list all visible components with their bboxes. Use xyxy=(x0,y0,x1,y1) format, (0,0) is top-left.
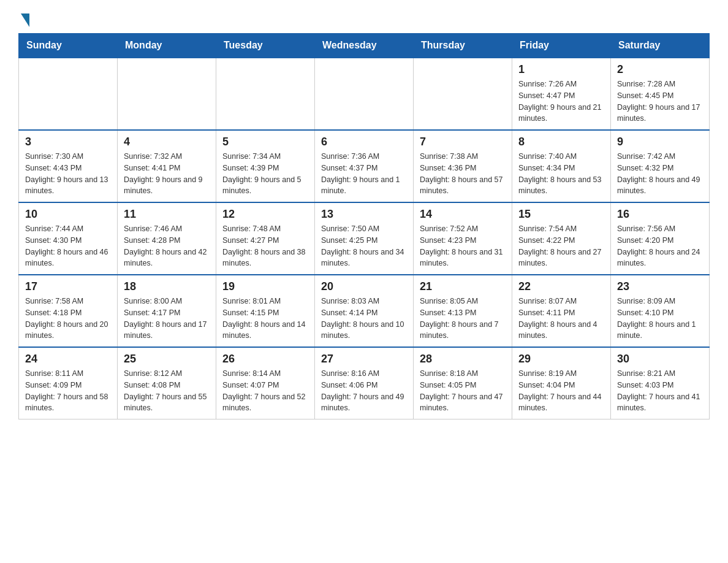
calendar-table: Sunday Monday Tuesday Wednesday Thursday… xyxy=(18,33,710,419)
calendar-cell xyxy=(315,58,414,130)
week-row-1: 1Sunrise: 7:26 AMSunset: 4:47 PMDaylight… xyxy=(19,58,710,130)
calendar-cell: 28Sunrise: 8:18 AMSunset: 4:05 PMDayligh… xyxy=(414,347,512,419)
calendar-cell: 1Sunrise: 7:26 AMSunset: 4:47 PMDaylight… xyxy=(512,58,611,130)
calendar-cell: 20Sunrise: 8:03 AMSunset: 4:14 PMDayligh… xyxy=(315,275,414,347)
col-saturday: Saturday xyxy=(611,34,710,58)
calendar-cell: 27Sunrise: 8:16 AMSunset: 4:06 PMDayligh… xyxy=(315,347,414,419)
calendar-cell: 6Sunrise: 7:36 AMSunset: 4:37 PMDaylight… xyxy=(315,130,414,202)
day-info: Sunrise: 8:19 AMSunset: 4:04 PMDaylight:… xyxy=(518,368,604,414)
day-number: 24 xyxy=(25,353,111,366)
day-info: Sunrise: 8:09 AMSunset: 4:10 PMDaylight:… xyxy=(617,296,703,342)
day-info: Sunrise: 7:42 AMSunset: 4:32 PMDaylight:… xyxy=(617,151,703,197)
calendar-cell: 10Sunrise: 7:44 AMSunset: 4:30 PMDayligh… xyxy=(19,202,118,275)
day-info: Sunrise: 8:12 AMSunset: 4:08 PMDaylight:… xyxy=(124,368,210,414)
day-info: Sunrise: 7:44 AMSunset: 4:30 PMDaylight:… xyxy=(25,223,111,269)
day-number: 10 xyxy=(25,208,111,221)
day-number: 25 xyxy=(124,353,210,366)
week-row-2: 3Sunrise: 7:30 AMSunset: 4:43 PMDaylight… xyxy=(19,130,710,202)
calendar-cell: 22Sunrise: 8:07 AMSunset: 4:11 PMDayligh… xyxy=(512,275,611,347)
day-info: Sunrise: 8:16 AMSunset: 4:06 PMDaylight:… xyxy=(321,368,407,414)
day-info: Sunrise: 7:32 AMSunset: 4:41 PMDaylight:… xyxy=(124,151,210,197)
calendar-cell: 13Sunrise: 7:50 AMSunset: 4:25 PMDayligh… xyxy=(315,202,414,275)
day-number: 23 xyxy=(617,280,703,293)
calendar-cell: 7Sunrise: 7:38 AMSunset: 4:36 PMDaylight… xyxy=(414,130,512,202)
day-number: 28 xyxy=(420,353,506,366)
day-number: 30 xyxy=(617,353,703,366)
week-row-3: 10Sunrise: 7:44 AMSunset: 4:30 PMDayligh… xyxy=(19,202,710,275)
day-number: 21 xyxy=(420,280,506,293)
calendar-cell: 14Sunrise: 7:52 AMSunset: 4:23 PMDayligh… xyxy=(414,202,512,275)
day-info: Sunrise: 7:28 AMSunset: 4:45 PMDaylight:… xyxy=(617,79,703,124)
calendar-cell xyxy=(19,58,118,130)
calendar-cell: 26Sunrise: 8:14 AMSunset: 4:07 PMDayligh… xyxy=(216,347,315,419)
logo xyxy=(18,12,29,27)
col-friday: Friday xyxy=(512,34,611,58)
calendar-cell: 24Sunrise: 8:11 AMSunset: 4:09 PMDayligh… xyxy=(19,347,118,419)
day-number: 15 xyxy=(518,208,604,221)
day-info: Sunrise: 7:26 AMSunset: 4:47 PMDaylight:… xyxy=(518,79,604,124)
day-number: 11 xyxy=(124,208,210,221)
day-info: Sunrise: 7:40 AMSunset: 4:34 PMDaylight:… xyxy=(518,151,604,197)
day-number: 5 xyxy=(222,136,308,148)
day-number: 27 xyxy=(321,353,407,366)
day-info: Sunrise: 8:01 AMSunset: 4:15 PMDaylight:… xyxy=(222,296,308,342)
day-number: 1 xyxy=(518,63,604,76)
day-info: Sunrise: 8:03 AMSunset: 4:14 PMDaylight:… xyxy=(321,296,407,342)
calendar-cell: 9Sunrise: 7:42 AMSunset: 4:32 PMDaylight… xyxy=(611,130,710,202)
day-number: 22 xyxy=(518,280,604,293)
calendar-cell: 15Sunrise: 7:54 AMSunset: 4:22 PMDayligh… xyxy=(512,202,611,275)
day-info: Sunrise: 8:00 AMSunset: 4:17 PMDaylight:… xyxy=(124,296,210,342)
day-info: Sunrise: 7:38 AMSunset: 4:36 PMDaylight:… xyxy=(420,151,506,197)
calendar-cell: 30Sunrise: 8:21 AMSunset: 4:03 PMDayligh… xyxy=(611,347,710,419)
day-number: 13 xyxy=(321,208,407,221)
week-row-5: 24Sunrise: 8:11 AMSunset: 4:09 PMDayligh… xyxy=(19,347,710,419)
day-info: Sunrise: 7:36 AMSunset: 4:37 PMDaylight:… xyxy=(321,151,407,197)
day-info: Sunrise: 7:56 AMSunset: 4:20 PMDaylight:… xyxy=(617,223,703,269)
day-info: Sunrise: 8:11 AMSunset: 4:09 PMDaylight:… xyxy=(25,368,111,414)
day-info: Sunrise: 7:30 AMSunset: 4:43 PMDaylight:… xyxy=(25,151,111,197)
calendar-cell: 2Sunrise: 7:28 AMSunset: 4:45 PMDaylight… xyxy=(611,58,710,130)
day-number: 16 xyxy=(617,208,703,221)
day-info: Sunrise: 8:18 AMSunset: 4:05 PMDaylight:… xyxy=(420,368,506,414)
col-sunday: Sunday xyxy=(19,34,118,58)
day-number: 12 xyxy=(222,208,308,221)
day-number: 3 xyxy=(25,136,111,148)
calendar-header-row: Sunday Monday Tuesday Wednesday Thursday… xyxy=(19,34,710,58)
day-info: Sunrise: 7:50 AMSunset: 4:25 PMDaylight:… xyxy=(321,223,407,269)
day-number: 4 xyxy=(124,136,210,148)
calendar-cell: 12Sunrise: 7:48 AMSunset: 4:27 PMDayligh… xyxy=(216,202,315,275)
calendar-cell: 19Sunrise: 8:01 AMSunset: 4:15 PMDayligh… xyxy=(216,275,315,347)
calendar-cell: 11Sunrise: 7:46 AMSunset: 4:28 PMDayligh… xyxy=(118,202,216,275)
day-info: Sunrise: 8:14 AMSunset: 4:07 PMDaylight:… xyxy=(222,368,308,414)
day-info: Sunrise: 7:54 AMSunset: 4:22 PMDaylight:… xyxy=(518,223,604,269)
day-number: 17 xyxy=(25,280,111,293)
calendar-cell: 16Sunrise: 7:56 AMSunset: 4:20 PMDayligh… xyxy=(611,202,710,275)
calendar-cell: 21Sunrise: 8:05 AMSunset: 4:13 PMDayligh… xyxy=(414,275,512,347)
day-info: Sunrise: 8:05 AMSunset: 4:13 PMDaylight:… xyxy=(420,296,506,342)
day-info: Sunrise: 8:21 AMSunset: 4:03 PMDaylight:… xyxy=(617,368,703,414)
day-info: Sunrise: 7:48 AMSunset: 4:27 PMDaylight:… xyxy=(222,223,308,269)
calendar-cell: 3Sunrise: 7:30 AMSunset: 4:43 PMDaylight… xyxy=(19,130,118,202)
page-header xyxy=(18,12,710,27)
calendar-cell: 18Sunrise: 8:00 AMSunset: 4:17 PMDayligh… xyxy=(118,275,216,347)
calendar-cell xyxy=(216,58,315,130)
calendar-cell: 8Sunrise: 7:40 AMSunset: 4:34 PMDaylight… xyxy=(512,130,611,202)
logo-triangle-icon xyxy=(21,13,29,27)
col-wednesday: Wednesday xyxy=(315,34,414,58)
day-number: 8 xyxy=(518,136,604,148)
calendar-cell xyxy=(118,58,216,130)
day-number: 6 xyxy=(321,136,407,148)
day-info: Sunrise: 7:58 AMSunset: 4:18 PMDaylight:… xyxy=(25,296,111,342)
day-info: Sunrise: 7:46 AMSunset: 4:28 PMDaylight:… xyxy=(124,223,210,269)
day-info: Sunrise: 7:34 AMSunset: 4:39 PMDaylight:… xyxy=(222,151,308,197)
day-number: 19 xyxy=(222,280,308,293)
calendar-cell: 17Sunrise: 7:58 AMSunset: 4:18 PMDayligh… xyxy=(19,275,118,347)
calendar-cell: 25Sunrise: 8:12 AMSunset: 4:08 PMDayligh… xyxy=(118,347,216,419)
calendar-cell: 23Sunrise: 8:09 AMSunset: 4:10 PMDayligh… xyxy=(611,275,710,347)
day-number: 29 xyxy=(518,353,604,366)
calendar-cell xyxy=(414,58,512,130)
col-thursday: Thursday xyxy=(414,34,512,58)
day-number: 14 xyxy=(420,208,506,221)
day-number: 2 xyxy=(617,63,703,76)
day-info: Sunrise: 7:52 AMSunset: 4:23 PMDaylight:… xyxy=(420,223,506,269)
